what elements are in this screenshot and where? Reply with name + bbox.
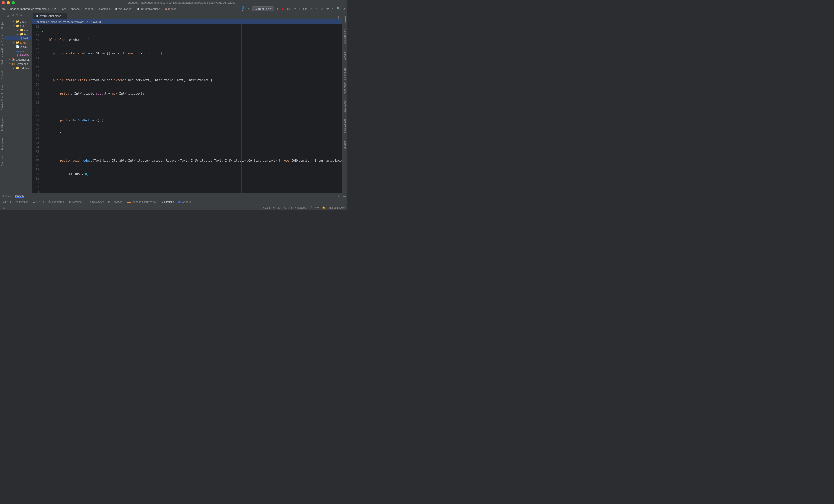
code-editor[interactable]: 2226495051525354555657585960616263646566… [32,24,342,193]
maven-tool-button[interactable]: Maven [344,15,346,24]
database-tool-button[interactable]: Database [344,49,346,61]
run-icon[interactable]: ▶ [276,7,279,11]
quick-access-icon[interactable]: ▢ [2,206,5,209]
tree-folder[interactable]: ▸📁main [5,28,32,32]
tree-file[interactable]: 📄.gitignore2 [5,45,32,49]
collapse-all-icon[interactable]: ⇱ [16,14,18,17]
right-tool-stripe: Maven Redis Helper Database 铭感服务 GitHub … [342,13,348,193]
problems-tool-button[interactable]: ⓘProblems [48,200,64,203]
class-icon: C [115,7,118,10]
run-config-selector[interactable]: Current File▾ [253,6,273,11]
svg-text:C: C [115,8,117,10]
copilot-chat-tool-button[interactable]: GitHub Copilot Chat [344,71,346,95]
build-icon[interactable]: ↖ [247,7,250,11]
tree-file[interactable]: mpom.xml2 [5,49,32,53]
statistic-tab-active[interactable]: Statistic [15,194,24,198]
git-history-icon[interactable]: ⟲ [326,7,329,11]
breadcrumb-item[interactable]: mreduce [164,7,176,10]
terminal-tool-button[interactable]: ▣Terminal [68,200,82,203]
breadcrumb-item[interactable]: CWordCount [115,7,132,10]
line-separator[interactable]: LF [278,206,282,209]
search-icon[interactable]: 🔍 [336,7,340,11]
lock-icon[interactable]: 🔒 [322,206,325,209]
git-rollback-icon[interactable]: ↩ [331,7,335,11]
window-title: /hadoop-mapreduce-examples-3.2.4.jar!/or… [18,1,346,4]
profiler-tool-button[interactable]: ◷Profiler [15,200,28,203]
git-branch-indicator[interactable]: ⎇ main [309,206,319,209]
copilot-tool-button[interactable]: Welcome to GitHub Copilot [1,34,4,65]
mingan-tool-button[interactable]: 铭感服务 [343,65,347,67]
navigation-bar: src〉 hadoop-mapreduce-examples-3.2.4.jar… [0,5,348,13]
close-window-icon[interactable] [2,1,5,4]
breadcrumb-item[interactable]: org [62,7,66,10]
code-content[interactable]: public class WordCount { public static v… [45,24,342,193]
coverage-icon[interactable]: ◧ [287,7,290,11]
minimize-window-icon[interactable] [7,1,10,4]
line-separator-icon[interactable]: ⊘ [273,206,275,209]
todo-tool-button[interactable]: ☰TODO [32,200,44,203]
indent-setting[interactable]: 4 spaces [295,206,306,209]
tree-folder[interactable]: ▸📚External Librari [5,57,32,62]
breadcrumb-item[interactable]: hadoop-mapreduce-examples-3.2.4.jar [10,7,58,10]
notifications-tool-button[interactable]: Notifications [344,118,346,134]
profile-icon[interactable]: ◷▾ [292,7,295,11]
tree-folder-selected[interactable]: ▮hadoop- [5,36,32,41]
select-opened-icon[interactable]: ◎ [7,14,9,17]
cursor-position[interactable]: 60:65 [263,206,270,209]
tree-folder[interactable]: ▸📁test [5,32,32,36]
ai-assistant-tool-button[interactable]: AI Assistant [344,99,346,114]
run-gutter-icon[interactable]: ▶ [42,29,43,33]
expand-all-icon[interactable]: ⇲ [12,14,14,17]
breadcrumb-item[interactable]: CIntSumReducer [137,7,159,10]
git-commit-icon[interactable]: ✓ [315,7,318,11]
tree-folder[interactable]: ▸📁.idea [5,19,32,24]
structure-tool-button[interactable]: Structure [1,155,4,167]
tree-folder[interactable]: ▾◧Scratches and [5,62,32,66]
settings-icon[interactable]: ⚙ [342,7,346,11]
redis-tool-button[interactable]: Redis Helper [344,28,346,45]
codeup-tool-button[interactable]: ▣Codeup [178,200,192,203]
coverage-tool-button[interactable]: Coverage [344,137,346,150]
commit-tool-button[interactable]: Commit [1,69,4,80]
project-tool-button[interactable]: Project [1,20,4,29]
file-encoding[interactable]: UTF-8 [284,206,292,209]
tabs-more-icon[interactable]: ⋮ [335,16,342,19]
bookmarks-tool-button[interactable]: Bookmarks [1,136,4,151]
debug-icon[interactable]: 🐞 [281,7,285,11]
alibaba-cloud-view-button[interactable]: ⊏⊐Alibaba Cloud View [127,200,156,203]
statistic-tab[interactable]: Statistic [2,195,12,198]
breadcrumb-item[interactable]: examples [98,7,110,10]
tree-folder[interactable]: ▾📁src [5,24,32,28]
editor-tab[interactable]: C WordCount.class ✕ [33,13,67,19]
statistic-tool-button[interactable]: ◷Statistic [160,200,174,203]
tool-settings-icon[interactable]: ⚙ [337,194,340,198]
services-tool-button[interactable]: ▶Services [108,200,122,203]
folder-icon: 📁 [16,41,19,44]
branch-icon: ⎇ [309,206,312,209]
close-tab-icon[interactable]: ✕ [63,15,65,17]
hide-icon[interactable]: — [28,14,30,17]
breadcrumb-item[interactable]: apache [71,7,80,10]
project-settings-icon[interactable]: ✦ [20,14,22,17]
tree-file[interactable]: ▮README.md [5,53,32,57]
checkstyle-tool-button[interactable]: ✓CheckStyle [87,200,104,203]
project-tree[interactable]: ▸📁.idea ▾📁src ▸📁main ▸📁test ▮hadoop- ▸📁t… [5,19,32,70]
tool-hide-icon[interactable]: — [343,195,346,198]
maximize-window-icon[interactable] [12,1,15,4]
right-margin-guide [241,24,242,193]
class-icon: C [36,15,39,17]
statistic-icon: ◷ [160,200,163,203]
memory-indicator[interactable]: 352 of 1800M [328,206,345,209]
breadcrumb-item[interactable]: hadoop [84,7,93,10]
pull-requests-tool-button[interactable]: Pull Requests [1,115,4,133]
user-icon[interactable]: 👤▾ [242,7,245,11]
checkstyle-icon: ✓ [87,200,89,203]
git-tool-button[interactable]: ⎇Git [3,200,11,203]
git-push-icon[interactable]: ↗ [320,7,324,11]
alibaba-explorer-tool-button[interactable]: Alibaba Cloud Explorer [1,84,4,111]
stop-icon[interactable]: ■ [298,7,301,11]
breadcrumb-item[interactable]: src [2,7,6,10]
tree-folder[interactable]: ▸📁target [5,41,32,45]
git-update-icon[interactable]: ↙ [309,7,313,11]
tree-folder[interactable]: ▸📁Extensions [5,66,32,70]
